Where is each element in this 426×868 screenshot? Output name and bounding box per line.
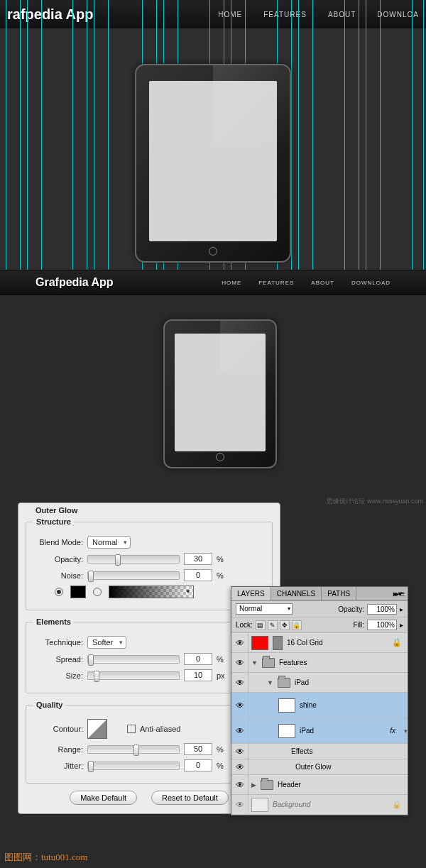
nav-home[interactable]: HOME (222, 280, 241, 286)
spread-slider[interactable] (87, 655, 180, 664)
elements-legend: Elements (33, 617, 74, 626)
opacity-label: Opacity: (33, 555, 83, 564)
size-unit: px (217, 671, 229, 680)
jitter-label: Jitter: (33, 762, 83, 770)
nav-features[interactable]: FEATURES (263, 11, 307, 18)
panel-menu-icon[interactable]: ▸▸ ▾≡ (389, 587, 408, 600)
mid-nav: HOME FEATURES ABOUT DOWNLOAD (222, 280, 390, 286)
expand-arrow-icon[interactable]: ▼ (251, 659, 258, 666)
hero-mockup-clean: Grafpedia App HOME FEATURES ABOUT DOWNLO… (0, 270, 426, 497)
opacity-input[interactable]: 100% (367, 604, 397, 615)
nav-features[interactable]: FEATURES (258, 280, 294, 286)
size-input[interactable]: 10 (184, 669, 212, 681)
ipad-mockup-large (135, 64, 291, 263)
visibility-toggle[interactable]: 👁 (231, 795, 248, 814)
hero-mockup-guides: rafpedia App HOME FEATURES ABOUT DOWNLOA (0, 0, 426, 270)
lock-transparency-icon[interactable]: ▤ (256, 620, 266, 630)
antialiased-checkbox[interactable] (127, 725, 136, 733)
expand-arrow-icon[interactable]: ▶ (251, 781, 256, 789)
nav-about[interactable]: ABOUT (311, 280, 334, 286)
tab-paths[interactable]: PATHS (322, 587, 356, 600)
panel-tabs: LAYERS CHANNELS PATHS ▸▸ ▾≡ (231, 587, 408, 601)
lock-pixels-icon[interactable]: ✎ (268, 620, 278, 630)
make-default-button[interactable]: Make Default (70, 791, 137, 805)
nav-download[interactable]: DOWNLOAD (351, 280, 390, 286)
visibility-toggle[interactable]: 👁 (231, 633, 248, 652)
nav-download[interactable]: DOWNLOA (377, 11, 419, 18)
top-navbar: rafpedia App HOME FEATURES ABOUT DOWNLOA (0, 0, 426, 28)
blend-mode-select[interactable]: Normal (236, 603, 293, 615)
lock-all-icon[interactable]: 🔒 (292, 620, 302, 630)
range-unit: % (217, 745, 229, 754)
layer-name: shine (300, 701, 317, 709)
layer-row-ipad[interactable]: 👁 iPad fx ▾ (231, 718, 408, 744)
layer-row-effects[interactable]: 👁 Effects (231, 744, 408, 759)
quality-legend: Quality (33, 701, 65, 709)
blend-mode-select[interactable]: Normal (87, 536, 131, 549)
layer-row-ipad-folder[interactable]: 👁 ▼ iPad (231, 673, 408, 693)
expand-arrow-icon[interactable]: ▼ (267, 679, 273, 686)
noise-slider[interactable] (87, 571, 180, 580)
reset-default-button[interactable]: Reset to Default (151, 791, 229, 805)
layers-panel: LAYERS CHANNELS PATHS ▸▸ ▾≡ Normal Opaci… (231, 586, 408, 815)
fx-badge[interactable]: fx (390, 727, 395, 735)
dropdown-arrow-icon[interactable]: ▸ (400, 605, 403, 613)
jitter-slider[interactable] (87, 762, 180, 770)
gradient-radio[interactable] (93, 588, 102, 596)
nav-about[interactable]: ABOUT (328, 11, 356, 18)
folder-icon (262, 658, 275, 668)
visibility-toggle[interactable]: 👁 (231, 653, 248, 672)
lock-icon: 🔒 (392, 800, 402, 809)
folder-icon (278, 678, 290, 688)
lock-position-icon[interactable]: ✥ (280, 620, 290, 630)
jitter-unit: % (217, 762, 229, 770)
visibility-toggle[interactable]: 👁 (231, 744, 248, 759)
layer-row-header[interactable]: 👁 ▶ Header (231, 775, 408, 795)
range-input[interactable]: 50 (184, 743, 212, 755)
layer-row-grid[interactable]: 👁 16 Col Grid 🔒 (231, 633, 408, 653)
opacity-input[interactable]: 30 (184, 553, 212, 565)
opacity-unit: % (217, 555, 229, 564)
opacity-slider[interactable] (87, 555, 180, 564)
color-swatch[interactable] (70, 586, 86, 598)
collapse-fx-icon[interactable]: ▾ (404, 727, 408, 735)
fill-input[interactable]: 100% (367, 620, 397, 630)
layer-name: Header (278, 781, 301, 789)
jitter-input[interactable]: 0 (184, 759, 212, 771)
spread-input[interactable]: 0 (184, 653, 212, 665)
color-radio[interactable] (55, 588, 63, 596)
size-slider[interactable] (87, 671, 180, 680)
tab-layers[interactable]: LAYERS (231, 587, 271, 600)
spread-unit: % (217, 655, 229, 664)
nav-home[interactable]: HOME (218, 11, 242, 18)
folder-icon (261, 780, 273, 790)
opacity-label: Opacity: (338, 605, 364, 613)
layer-row-features[interactable]: 👁 ▼ Features (231, 653, 408, 673)
range-slider[interactable] (87, 745, 180, 754)
contour-picker[interactable] (87, 719, 107, 739)
structure-legend: Structure (33, 517, 74, 526)
layer-row-background[interactable]: 👁 Background 🔒 (231, 795, 408, 815)
layer-name: iPad (295, 679, 309, 686)
dropdown-arrow-icon[interactable]: ▸ (400, 621, 403, 629)
layer-row-outerglow[interactable]: 👁 Outer Glow (231, 759, 408, 775)
visibility-toggle[interactable]: 👁 (231, 718, 248, 743)
top-nav: HOME FEATURES ABOUT DOWNLOA (218, 11, 419, 18)
layer-thumbnail (278, 698, 295, 713)
noise-input[interactable]: 0 (184, 569, 212, 581)
dialog-title: Outer Glow (33, 506, 80, 515)
visibility-toggle[interactable]: 👁 (231, 693, 248, 718)
visibility-toggle[interactable]: 👁 (231, 673, 248, 692)
home-button-icon (216, 453, 224, 461)
tab-channels[interactable]: CHANNELS (271, 587, 322, 600)
layer-row-shine[interactable]: 👁 shine (231, 693, 408, 718)
visibility-toggle[interactable]: 👁 (231, 759, 248, 774)
gradient-picker[interactable] (109, 586, 194, 598)
watermark-right: 思缘设计论坛 www.missyuan.com (327, 497, 423, 570)
technique-select[interactable]: Softer (87, 636, 126, 649)
layer-thumbnail (278, 724, 295, 738)
visibility-toggle[interactable]: 👁 (231, 775, 248, 794)
layer-thumbnail (251, 636, 268, 650)
technique-label: Technique: (33, 638, 83, 647)
lock-label: Lock: (236, 621, 253, 629)
